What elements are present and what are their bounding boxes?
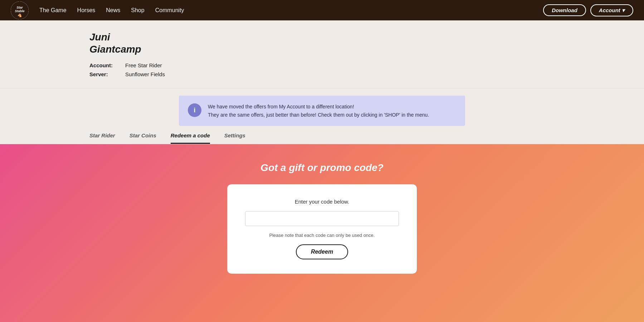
redeem-title: Got a gift or promo code?	[260, 162, 384, 174]
info-text: We have moved the offers from My Account…	[208, 103, 429, 119]
main-content: Got a gift or promo code? Enter your cod…	[0, 144, 644, 322]
profile-section: Juni Giantcamp Account: Free Star Rider …	[0, 20, 644, 88]
tab-star-coins[interactable]: Star Coins	[130, 132, 156, 144]
account-label: Account:	[89, 62, 122, 68]
tab-settings[interactable]: Settings	[224, 132, 245, 144]
svg-text:🐴: 🐴	[18, 13, 22, 18]
logo-image: Star Stable 🐴	[11, 1, 29, 19]
account-button[interactable]: Account ▾	[590, 4, 633, 16]
server-label: Server:	[89, 71, 122, 77]
server-value: Sunflower Fields	[125, 71, 165, 77]
info-icon: i	[188, 103, 201, 117]
profile-name: Juni Giantcamp	[89, 31, 555, 55]
account-row: Account: Free Star Rider	[89, 62, 555, 68]
profile-details: Account: Free Star Rider Server: Sunflow…	[89, 62, 555, 77]
tabs: Star Rider Star Coins Redeem a code Sett…	[89, 126, 555, 144]
logo[interactable]: Star Stable 🐴	[11, 1, 29, 19]
svg-text:Star: Star	[16, 6, 23, 9]
info-banner: i We have moved the offers from My Accou…	[179, 96, 465, 126]
nav-actions: Download Account ▾	[543, 4, 633, 16]
nav-links: The Game Horses News Shop Community	[39, 7, 543, 14]
download-button[interactable]: Download	[543, 4, 586, 16]
server-row: Server: Sunflower Fields	[89, 71, 555, 77]
redeem-button[interactable]: Redeem	[296, 244, 348, 259]
tab-redeem-a-code[interactable]: Redeem a code	[171, 132, 210, 144]
redeem-card: Enter your code below. Please note that …	[227, 184, 417, 274]
account-value: Free Star Rider	[125, 62, 162, 68]
redeem-note: Please note that each code can only be u…	[269, 233, 375, 238]
nav-the-game[interactable]: The Game	[39, 7, 67, 14]
tab-star-rider[interactable]: Star Rider	[89, 132, 115, 144]
nav-community[interactable]: Community	[155, 7, 184, 14]
code-input[interactable]	[245, 211, 399, 226]
svg-text:Stable: Stable	[15, 9, 24, 13]
nav-shop[interactable]: Shop	[131, 7, 144, 14]
nav-news[interactable]: News	[106, 7, 120, 14]
navbar: Star Stable 🐴 The Game Horses News Shop …	[0, 0, 644, 20]
redeem-instruction: Enter your code below.	[295, 199, 350, 205]
nav-horses[interactable]: Horses	[77, 7, 96, 14]
tabs-container: Star Rider Star Coins Redeem a code Sett…	[0, 126, 644, 144]
